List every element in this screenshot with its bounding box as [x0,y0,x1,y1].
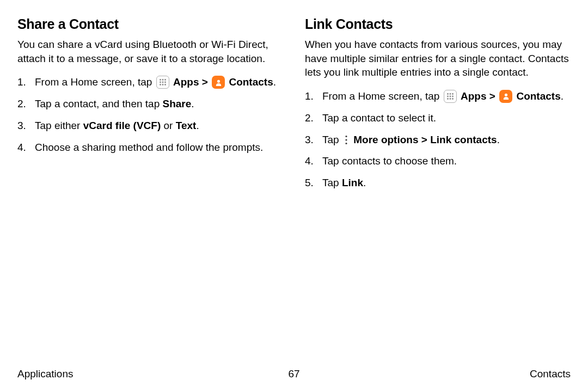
page-footer: Applications 67 Contacts [17,368,571,380]
svg-point-5 [164,82,166,83]
link-contacts-intro: When you have contacts from various sour… [305,38,571,79]
link-contacts-steps: From a Home screen, tap Apps > Contacts.… [305,89,571,190]
svg-point-7 [162,84,163,85]
svg-point-15 [452,96,454,97]
svg-point-17 [449,98,451,100]
link-step-4: Tap contacts to choose them. [305,154,571,168]
contacts-label: Contacts [229,76,273,88]
svg-point-20 [345,135,347,137]
footer-section-label: Applications [17,368,73,380]
svg-point-3 [160,82,161,83]
share-contact-heading: Share a Contact [17,16,283,32]
apps-icon [156,76,169,89]
apps-icon [444,90,457,103]
contacts-label: Contacts [516,90,560,102]
contacts-icon [499,90,512,103]
link-step-5: Tap Link. [305,176,571,190]
share-step-3: Tap either vCard file (VCF) or Text. [17,119,283,133]
svg-point-16 [447,98,449,100]
share-step-2: Tap a contact, and then tap Share. [17,97,283,111]
svg-point-0 [160,79,161,81]
share-step-4: Choose a sharing method and follow the p… [17,140,283,155]
svg-point-21 [345,139,347,140]
share-step-1: From a Home screen, tap Apps > Contacts. [17,75,283,89]
link-contacts-section: Link Contacts When you have contacts fro… [305,16,571,197]
svg-point-22 [345,142,347,144]
share-contact-intro: You can share a vCard using Bluetooth or… [17,38,283,65]
link-step-2: Tap a contact to select it. [305,111,571,125]
link-step-3: Tap More options > Link contacts. [305,133,571,147]
svg-point-19 [505,94,507,96]
svg-point-11 [449,93,451,95]
svg-point-18 [452,98,454,100]
footer-topic-label: Contacts [530,368,571,380]
link-step-1: From a Home screen, tap Apps > Contacts. [305,89,571,103]
svg-point-9 [217,79,220,82]
more-options-icon [342,134,350,146]
svg-point-13 [447,96,449,97]
page-number: 67 [288,368,299,380]
share-contact-section: Share a Contact You can share a vCard us… [17,16,283,197]
apps-label: Apps [461,90,487,102]
contacts-icon [212,76,225,89]
svg-point-12 [452,93,454,95]
svg-point-8 [164,84,166,85]
more-options-label: More options [353,134,418,145]
svg-point-6 [160,84,161,85]
link-contacts-heading: Link Contacts [305,16,571,32]
share-contact-steps: From a Home screen, tap Apps > Contacts.… [17,75,283,154]
svg-point-14 [449,96,451,97]
apps-label: Apps [173,76,199,88]
svg-point-1 [162,79,163,81]
svg-point-2 [164,79,166,81]
page-columns: Share a Contact You can share a vCard us… [0,0,588,197]
svg-point-4 [162,82,163,83]
svg-point-10 [447,93,449,95]
